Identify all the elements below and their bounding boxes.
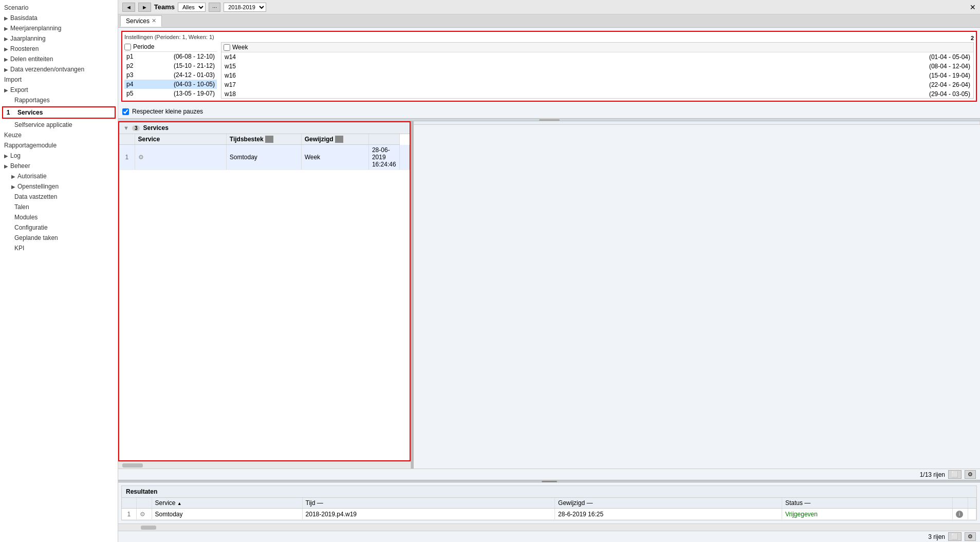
results-table: Service Tijd — Gewijzigd — S: [122, 498, 976, 520]
sidebar-item-geplande-taken[interactable]: Geplande taken: [0, 233, 118, 243]
results-tijd-sort: —: [317, 499, 323, 507]
close-window-button[interactable]: ✕: [970, 3, 976, 11]
periode-row[interactable]: p5(13-05 - 19-07): [124, 89, 217, 98]
sidebar-group-roosteren[interactable]: ▶ Roosteren: [0, 44, 118, 54]
sidebar-group-openstellingen[interactable]: ▶ Openstellingen: [0, 181, 118, 192]
services-tab[interactable]: Services ✕: [120, 15, 162, 27]
periode-row[interactable]: p1(06-08 - 12-10): [124, 52, 217, 61]
periode-range: (06-08 - 12-10): [174, 53, 215, 60]
week-id: w15: [225, 63, 236, 70]
week-row[interactable]: w16(15-04 - 19-04): [221, 71, 973, 80]
sidebar-item-label: Delen entiteiten: [10, 55, 53, 63]
sidebar-group-delen-entiteiten[interactable]: ▶ Delen entiteiten: [0, 54, 118, 64]
lower-splitter[interactable]: [118, 480, 980, 482]
result-status: Vrijgegeven: [782, 509, 952, 520]
year-select[interactable]: 2018-2019: [224, 3, 266, 12]
pause-label: Respecteer kleine pauzes: [132, 108, 203, 115]
results-col-tijd[interactable]: Tijd —: [302, 498, 555, 509]
right-panel: [414, 121, 980, 469]
sidebar-item-import[interactable]: Import: [0, 74, 118, 85]
sidebar-item-rapportages[interactable]: Rapportages: [0, 95, 118, 105]
col-tijdsbestek-divider[interactable]: —: [265, 136, 273, 143]
week-row[interactable]: w17(22-04 - 26-04): [221, 80, 973, 89]
sidebar-item-label: Keuze: [4, 132, 22, 139]
settings-btn[interactable]: ⚙: [965, 470, 976, 479]
horizontal-splitter[interactable]: [118, 118, 980, 121]
services-header: ▼ 3 Services: [119, 122, 410, 134]
periode-row[interactable]: p3(24-12 - 01-03): [124, 70, 217, 80]
sidebar-group-beheer[interactable]: ▶ Beheer: [0, 161, 118, 171]
sidebar-item-modules[interactable]: Modules: [0, 212, 118, 222]
teams-title: Teams: [154, 3, 175, 11]
sidebar-item-scenario[interactable]: Scenario: [0, 3, 118, 13]
sidebar-item-keuze[interactable]: Keuze: [0, 130, 118, 140]
sidebar-group-meerjarenplanning[interactable]: ▶ Meerjarenplanning: [0, 23, 118, 33]
periode-checkbox[interactable]: [124, 44, 131, 50]
row-service: Somtoday: [226, 145, 301, 170]
sidebar-item-data-vastzetten[interactable]: Data vastzetten: [0, 192, 118, 202]
periode-col-label: Periode: [133, 43, 154, 50]
periode-row[interactable]: p4(04-03 - 10-05): [124, 80, 217, 89]
result-num: 1: [122, 509, 136, 520]
periode-range: (13-05 - 19-07): [174, 90, 215, 97]
chevron-icon: ▶: [4, 57, 8, 62]
teams-select[interactable]: Alles: [178, 3, 206, 12]
result-info[interactable]: i: [953, 509, 968, 520]
services-scrollbar-h[interactable]: [118, 461, 411, 469]
sidebar-item-services-active[interactable]: 1Services: [2, 106, 116, 119]
col-service-header[interactable]: Service: [135, 134, 226, 145]
chevron-icon: ▶: [4, 163, 8, 169]
col-gewijzigd-header[interactable]: Gewijzigd —: [301, 134, 368, 145]
right-empty-col1: [414, 121, 980, 125]
results-status-sort: —: [804, 499, 810, 507]
sidebar-item-label: Selfservice applicatie: [14, 121, 72, 128]
sidebar-item-kpi[interactable]: KPI: [0, 243, 118, 253]
chevron-icon: ▶: [4, 67, 8, 72]
results-status-bar: 3 rijen ⬜ ⚙: [118, 531, 980, 542]
periode-range: (24-12 - 01-03): [174, 71, 215, 79]
info-icon[interactable]: i: [956, 511, 963, 518]
tab-close-icon[interactable]: ✕: [152, 17, 156, 24]
results-table-row[interactable]: 1 ⚙ Somtoday 2018-2019.p4.w19 28-6-2019 …: [122, 509, 976, 520]
results-col-service[interactable]: Service: [152, 498, 302, 509]
sidebar-item-selfservice-applicatie[interactable]: Selfservice applicatie: [0, 120, 118, 130]
fwd-button[interactable]: ►: [138, 3, 151, 12]
services-table-row[interactable]: 1 ⚙ Somtoday Week 28-06-2019 16:24:46: [119, 145, 410, 170]
content-panels: ▼ 3 Services Service: [118, 121, 980, 469]
row-empty: [399, 145, 409, 170]
sidebar-item-label: Data verzenden/ontvangen: [10, 66, 84, 73]
results-col-scroll: [968, 498, 976, 509]
sidebar-group-basisdata[interactable]: ▶ Basisdata: [0, 13, 118, 23]
pause-checkbox[interactable]: [122, 108, 129, 115]
results-col-gewijzigd[interactable]: Gewijzigd —: [555, 498, 782, 509]
back-button[interactable]: ◄: [122, 3, 135, 12]
sidebar-group-jaarplanning[interactable]: ▶ Jaarplanning: [0, 33, 118, 44]
col-tijdsbestek-header[interactable]: Tijdsbestek —: [226, 134, 301, 145]
week-row[interactable]: w18(29-04 - 03-05): [221, 89, 973, 99]
week-range: (01-04 - 05-04): [929, 53, 970, 61]
more-button[interactable]: ···: [209, 3, 220, 12]
week-row[interactable]: w15(08-04 - 12-04): [221, 62, 973, 71]
sidebar-group-data-verzenden/ontvangen[interactable]: ▶ Data verzenden/ontvangen: [0, 64, 118, 74]
sidebar-item-talen[interactable]: Talen: [0, 202, 118, 212]
sidebar-item-label: Geplande taken: [14, 234, 58, 241]
results-scrollbar-h[interactable]: [118, 524, 980, 531]
expand-btn[interactable]: ⬜: [948, 470, 961, 479]
week-row[interactable]: w14(01-04 - 05-04): [221, 52, 973, 62]
results-expand-btn[interactable]: ⬜: [948, 532, 961, 541]
periode-row[interactable]: p2(15-10 - 21-12): [124, 61, 217, 70]
results-col-status[interactable]: Status —: [782, 498, 952, 509]
sidebar-group-autorisatie[interactable]: ▶ Autorisatie: [0, 171, 118, 181]
results-section: Resultaten Service Tijd —: [121, 485, 977, 520]
sidebar-item-label: Export: [10, 86, 28, 94]
periode-id: p4: [126, 81, 133, 88]
chevron-icon: ▶: [4, 36, 8, 42]
sidebar-item-rapportagemodule[interactable]: Rapportagemodule: [0, 140, 118, 151]
sidebar-group-log[interactable]: ▶ Log: [0, 151, 118, 161]
sidebar-item-configuratie[interactable]: Configuratie: [0, 222, 118, 233]
week-list[interactable]: Week w14(01-04 - 05-04)w15(08-04 - 12-04…: [221, 42, 974, 99]
results-settings-btn[interactable]: ⚙: [965, 532, 976, 541]
col-gewijzigd-divider[interactable]: —: [335, 136, 343, 143]
week-checkbox[interactable]: [224, 44, 230, 51]
sidebar-group-export[interactable]: ▶ Export: [0, 85, 118, 95]
